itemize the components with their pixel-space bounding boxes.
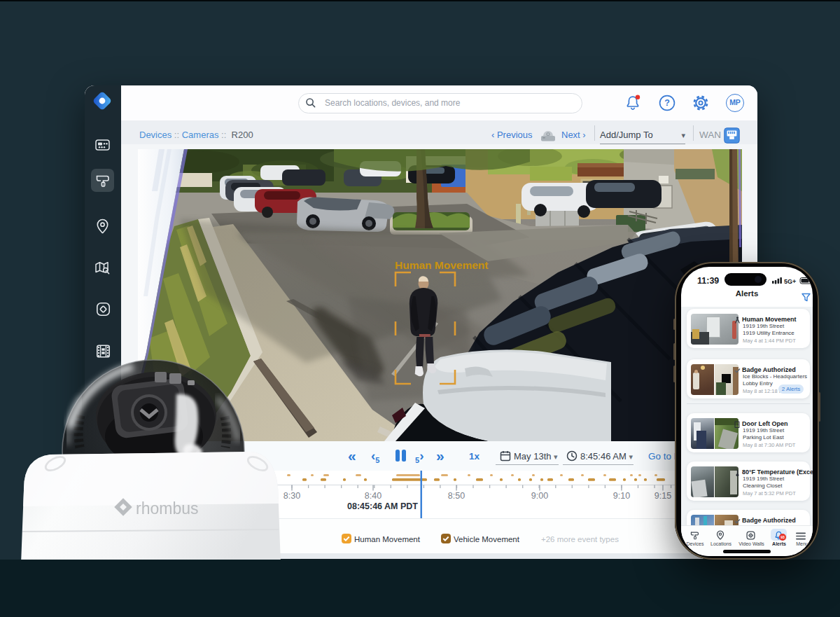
svg-text:9:00: 9:00 [531,491,548,501]
svg-text:8:50: 8:50 [448,491,465,501]
svg-text:Human Movement: Human Movement [395,259,489,271]
svg-text:08:45:46 AM PDT: 08:45:46 AM PDT [347,501,418,511]
svg-text:rhombus: rhombus [136,499,198,518]
svg-text:9:10: 9:10 [613,491,630,501]
svg-text:8:40: 8:40 [365,491,382,501]
svg-text:?: ? [664,98,670,108]
svg-text:5G+: 5G+ [784,278,796,285]
svg-text:9:15: 9:15 [654,491,671,501]
